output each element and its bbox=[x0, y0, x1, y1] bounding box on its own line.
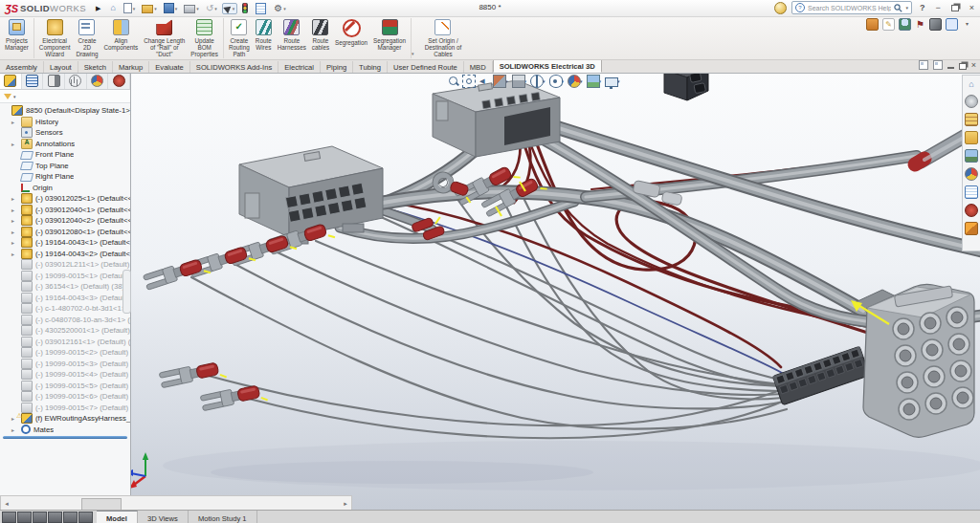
close-button[interactable]: × bbox=[967, 3, 977, 12]
custom-properties-icon[interactable] bbox=[965, 185, 978, 199]
command-tab[interactable]: User Defined Route bbox=[388, 61, 464, 73]
tree-item[interactable]: Top Plane bbox=[0, 161, 130, 172]
route-wires-button[interactable]: Route Wires bbox=[253, 18, 275, 52]
align-components-button[interactable]: Align Components bbox=[101, 18, 142, 52]
section-view-icon[interactable]: ▾ bbox=[493, 75, 508, 88]
tree-item[interactable]: Mates bbox=[0, 425, 130, 436]
tree-item[interactable]: (-) 039012161<1> (Default) (51) bbox=[0, 337, 130, 348]
command-tab[interactable]: SOLIDWORKS Electrical 3D bbox=[493, 59, 602, 73]
restore-button[interactable] bbox=[948, 3, 962, 13]
tree-item[interactable]: (-) 4302520001<1> (Default) (48) bbox=[0, 325, 130, 337]
panel-toggle-icon[interactable] bbox=[946, 18, 958, 31]
tree-item[interactable]: (-) 19099-0015<4> (Default) (54) bbox=[0, 369, 130, 381]
search-caret-icon[interactable]: ▾ bbox=[905, 5, 908, 11]
edit-appearance-icon[interactable]: ▾ bbox=[568, 75, 583, 88]
undo-button[interactable]: ↺▾ bbox=[204, 3, 219, 13]
tree-item[interactable]: (-) 19099-0015<5> (Default) (55) bbox=[0, 381, 130, 392]
menu-expand-arrow[interactable]: ▶ bbox=[96, 5, 100, 12]
expand-arrow-icon[interactable] bbox=[11, 119, 19, 125]
tab-list-button[interactable] bbox=[33, 512, 47, 523]
window-minimize-button[interactable] bbox=[947, 61, 954, 69]
solidworks-resources-icon[interactable] bbox=[965, 95, 978, 108]
projects-manager-button[interactable]: Projects Manager bbox=[2, 18, 32, 52]
user-icon[interactable] bbox=[899, 18, 911, 31]
view-palette-icon[interactable] bbox=[965, 149, 978, 163]
tree-item[interactable]: (-) 039012080<1> (Default<<Default bbox=[0, 227, 130, 238]
command-tab[interactable]: SOLIDWORKS Add-Ins bbox=[190, 61, 278, 73]
filter-caret-icon[interactable]: ▾ bbox=[13, 94, 16, 99]
next-tab-button[interactable] bbox=[48, 512, 62, 523]
command-tab[interactable]: Tubing bbox=[353, 61, 388, 73]
tree-item[interactable]: (-) 039012L211<1> (Default) (36) bbox=[0, 259, 130, 271]
select-button[interactable]: ▾ bbox=[222, 3, 238, 14]
expand-arrow-icon[interactable] bbox=[11, 239, 19, 246]
zoom-fit-icon[interactable] bbox=[448, 76, 458, 87]
prev-tab-button[interactable] bbox=[17, 512, 32, 523]
new-motion-study-button[interactable] bbox=[78, 512, 93, 523]
create-2d-drawing-button[interactable]: Create 2D Drawing bbox=[73, 18, 100, 58]
tree-item[interactable]: Front Plane bbox=[0, 149, 130, 161]
command-tab[interactable]: MBD bbox=[464, 61, 493, 73]
expand-arrow-icon[interactable] bbox=[11, 207, 19, 213]
featuremanager-tree-tab[interactable] bbox=[0, 73, 22, 89]
segregation-manager-button[interactable]: Segregation Manager bbox=[370, 18, 409, 52]
segregation-button[interactable]: Segregation bbox=[332, 18, 370, 47]
file-explorer-icon[interactable] bbox=[965, 131, 978, 144]
help-button[interactable]: ? bbox=[917, 3, 928, 12]
command-tab[interactable]: Electrical bbox=[278, 61, 321, 73]
electrical-component-wizard-button[interactable]: Electrical Component Wizard bbox=[33, 18, 74, 58]
zoom-area-icon[interactable] bbox=[462, 75, 475, 88]
tree-item[interactable]: (-) c-1-480702-0-bt-3d1<1> (Default bbox=[0, 303, 130, 315]
set-origin-destination-button[interactable]: Set Origin / Destination of Cables bbox=[411, 18, 473, 58]
tree-item[interactable]: (-) 039012040<2> (Default<<Default bbox=[0, 215, 130, 227]
expand-arrow-icon[interactable] bbox=[11, 229, 19, 235]
print-button[interactable]: ▾ bbox=[182, 2, 201, 14]
tree-item[interactable]: (-) 19164-0043<2> (Default<<Defau bbox=[0, 249, 130, 260]
command-tab[interactable]: Piping bbox=[321, 61, 353, 73]
appearances-scenes-icon[interactable] bbox=[965, 167, 978, 181]
design-library-icon[interactable] bbox=[965, 113, 978, 126]
first-tab-button[interactable] bbox=[2, 512, 16, 523]
3d-viewport[interactable] bbox=[130, 73, 980, 510]
window-close-button[interactable]: × bbox=[971, 61, 976, 69]
minimize-button[interactable]: − bbox=[932, 3, 943, 12]
new-document-button[interactable]: ▾ bbox=[122, 2, 138, 14]
interference-icon[interactable] bbox=[866, 18, 879, 31]
tree-item[interactable]: Right Plane bbox=[0, 171, 130, 183]
tree-item[interactable]: History bbox=[0, 117, 130, 128]
document-tab[interactable]: Motion Study 1 bbox=[189, 511, 257, 523]
tree-item[interactable]: (f) EWRoutingAssyHarness_H8( bbox=[0, 413, 130, 425]
save-button[interactable]: ▾ bbox=[162, 2, 180, 14]
change-length-button[interactable]: Change Length of "Rail" or "Duct" bbox=[141, 18, 188, 58]
route-harnesses-button[interactable]: Route Harnesses bbox=[275, 18, 309, 52]
route-cables-button[interactable]: Route cables bbox=[309, 18, 332, 52]
tools-icon[interactable] bbox=[929, 18, 942, 31]
window-thumbnail2-icon[interactable] bbox=[933, 60, 943, 70]
expand-arrow-icon[interactable] bbox=[11, 141, 19, 147]
tree-item[interactable]: Annotations bbox=[0, 139, 130, 150]
configuration-manager-tab[interactable] bbox=[43, 73, 65, 89]
last-tab-button[interactable] bbox=[63, 512, 78, 523]
create-routing-path-button[interactable]: Create Routing Path bbox=[223, 18, 253, 58]
view-settings-icon[interactable]: ▾ bbox=[605, 76, 620, 87]
search-icon[interactable] bbox=[894, 4, 902, 12]
tree-item[interactable]: (-) c-0480708-10-an-3d<1> (Default bbox=[0, 315, 130, 326]
tree-item[interactable]: Origin bbox=[0, 183, 130, 194]
tree-item[interactable]: (-) 19099-0015<2> (Default) (52) bbox=[0, 347, 130, 359]
window-thumbnail-icon[interactable] bbox=[919, 60, 928, 70]
expand-arrow-icon[interactable] bbox=[11, 251, 19, 257]
command-tab[interactable]: Sketch bbox=[78, 61, 113, 73]
document-tab[interactable]: 3D Views bbox=[138, 511, 189, 523]
rebuild-button[interactable] bbox=[240, 2, 251, 14]
expand-arrow-icon[interactable] bbox=[11, 195, 19, 202]
hide-show-items-icon[interactable]: ▾ bbox=[549, 75, 565, 88]
display-style-icon[interactable]: ▾ bbox=[530, 75, 546, 88]
expand-arrow-icon[interactable] bbox=[11, 426, 19, 433]
flag-icon[interactable]: ⚑ bbox=[915, 19, 925, 30]
document-tab[interactable]: Model bbox=[97, 511, 138, 523]
tree-item[interactable]: 8850 (Default<Display State-1>) bbox=[0, 105, 130, 117]
scrollbar-track[interactable] bbox=[12, 498, 340, 509]
propertymanager-tab[interactable] bbox=[22, 73, 44, 89]
home-button[interactable]: ⌂ bbox=[108, 3, 118, 13]
file-properties-button[interactable] bbox=[254, 2, 269, 15]
